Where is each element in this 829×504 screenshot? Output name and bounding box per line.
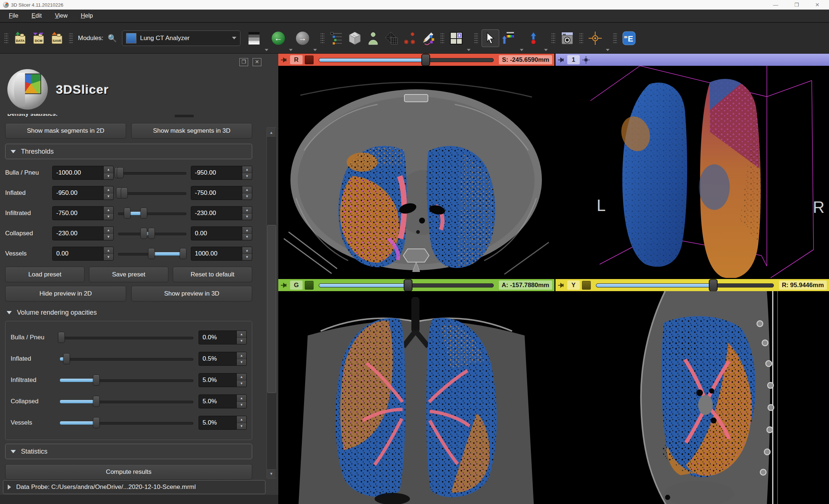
panel-scrollbar[interactable]: ▲ ▼ [267,127,277,479]
yellow-slice-view: Y R: 95.9446mm [555,279,829,504]
module-selected-label: Lung CT Analyzer [140,35,228,42]
scroll-down-icon[interactable]: ▼ [267,468,276,478]
threshold-range-slider[interactable] [117,186,187,200]
scroll-up-icon[interactable]: ▲ [267,128,276,137]
forward-icon[interactable]: → [294,30,311,47]
mouse-interaction-icon[interactable] [482,29,499,47]
opacity-slider[interactable] [60,373,194,387]
back-history-dropdown-icon[interactable] [289,49,293,51]
extensions-manager-icon[interactable]: E [621,30,637,47]
restore-button[interactable]: ❐ [794,0,799,10]
screenshot-camera-icon[interactable] [559,30,576,47]
red-slice-canvas[interactable] [278,66,554,278]
threshold-max-spinbox[interactable]: -950.00▲▼ [191,166,252,180]
menu-file[interactable]: File [4,11,24,21]
layout-dropdown-icon[interactable] [467,49,471,51]
opacities-section-header[interactable]: Volume rendering opacities [7,309,251,317]
menu-edit[interactable]: Edit [26,11,47,21]
threshold-range-slider[interactable] [117,226,187,240]
threshold-min-spinbox[interactable]: -230.00▲▼ [52,226,114,240]
segmentations-person-icon[interactable] [365,30,382,47]
yellow-slice-canvas[interactable] [555,291,829,504]
close-button[interactable]: ✕ [815,0,819,10]
opacity-slider[interactable] [60,416,194,430]
opacity-spinbox[interactable]: 0.5%▲▼ [199,352,247,366]
import-dicom-icon[interactable]: DCM [30,30,47,47]
save-preset-button[interactable]: Save preset [89,267,168,282]
annotations-pen-icon[interactable] [420,30,437,47]
colors-dropdown-icon[interactable] [520,49,524,51]
pin-icon[interactable] [558,283,565,288]
show-mask-3d-button[interactable]: Show mask segments in 3D [131,123,252,139]
opacity-slider[interactable] [60,330,194,344]
pin-icon[interactable] [280,57,288,62]
load-preset-button[interactable]: Load preset [5,267,85,282]
opacity-spinbox[interactable]: 5.0%▲▼ [199,394,247,408]
red-slice-slider[interactable] [319,54,494,66]
hide-preview-2d-button[interactable]: Hide preview in 2D [5,286,126,301]
show-mask-2d-button[interactable]: Show mask segments in 2D [5,123,126,139]
threshold-max-spinbox[interactable]: 1000.00▲▼ [191,247,252,261]
statistics-section-header[interactable]: Statistics [5,444,252,459]
threshold-max-spinbox[interactable]: 0.00▲▼ [191,226,252,240]
green-slice-slider[interactable] [319,279,494,291]
threshold-max-spinbox[interactable]: -230.00▲▼ [191,206,252,220]
spin-view-icon[interactable] [582,56,590,64]
adjust-colors-icon[interactable] [501,30,518,47]
threshold-min-spinbox[interactable]: -950.00▲▼ [52,186,114,200]
data-probe-bar[interactable]: Data Probe: C:/Users/andra/OneDrive/...2… [3,480,265,494]
save-icon[interactable]: SAVE [49,30,65,47]
forward-history-dropdown-icon[interactable] [313,49,317,51]
opacity-spinbox[interactable]: 5.0%▲▼ [199,416,247,430]
back-icon[interactable]: ← [270,30,287,47]
thresholds-section-header[interactable]: Thresholds [5,144,252,159]
pin-icon[interactable] [558,57,565,62]
markups-seeds-icon[interactable] [401,30,418,47]
slice-menu-icon[interactable] [305,56,314,64]
toolbar-drag-handle[interactable] [4,32,8,44]
opacity-spinbox[interactable]: 0.0%▲▼ [199,330,247,344]
threshold-min-spinbox[interactable]: 0.00▲▼ [52,247,114,261]
reset-default-button[interactable]: Reset to default [173,267,252,282]
threshold-range-slider[interactable] [117,166,187,180]
threshold-min-spinbox[interactable]: -750.00▲▼ [52,206,114,220]
threshold-min-spinbox[interactable]: -1000.00▲▼ [52,166,114,180]
threshold-range-slider[interactable] [117,247,187,261]
scrollbar-thumb[interactable] [267,225,276,393]
undock-panel-icon[interactable]: ❐ [239,58,248,66]
yellow-slice-slider[interactable] [596,279,774,291]
subject-hierarchy-icon[interactable] [328,30,345,47]
opacity-slider[interactable] [60,394,194,408]
threshold-range-slider[interactable] [117,206,187,220]
layout-selector-icon[interactable] [448,30,465,47]
load-data-icon[interactable]: DATA [12,30,29,47]
window-level-icon[interactable] [246,30,262,47]
fiducial-dropdown-icon[interactable] [544,49,548,51]
module-selector[interactable]: Lung CT Analyzer [122,31,240,46]
slice-menu-icon[interactable] [582,281,591,290]
pin-icon[interactable] [280,283,288,288]
menu-view[interactable]: View [50,11,72,21]
window-level-dropdown-icon[interactable] [265,49,268,51]
compute-results-button[interactable]: Compute results [5,464,252,480]
threshold-label: Collapsed [5,230,49,237]
show-preview-3d-button[interactable]: Show preview in 3D [131,286,252,301]
threshold-max-spinbox[interactable]: -750.00▲▼ [191,186,252,200]
menu-help[interactable]: Help [76,11,98,21]
volume-rendering-icon[interactable] [346,30,363,47]
clipped-density-label: Density statistics: [7,114,252,119]
green-slice-canvas[interactable] [278,291,554,504]
panel-footer [0,495,278,504]
opacity-spinbox[interactable]: 5.0%▲▼ [199,373,247,387]
crosshair-icon[interactable] [587,30,604,47]
opacity-row: Collapsed 5.0%▲▼ [11,394,247,409]
slice-menu-icon[interactable] [305,281,314,290]
threeD-canvas[interactable]: L R [555,66,829,278]
mesh-grid-icon[interactable] [383,30,400,47]
minimize-button[interactable]: — [773,0,778,10]
module-search-icon[interactable]: 🔍 [108,34,117,43]
opacity-slider[interactable] [60,352,194,366]
crosshair-dropdown-icon[interactable] [606,49,610,51]
close-panel-icon[interactable]: ✕ [253,58,261,66]
place-fiducial-icon[interactable] [525,30,542,47]
